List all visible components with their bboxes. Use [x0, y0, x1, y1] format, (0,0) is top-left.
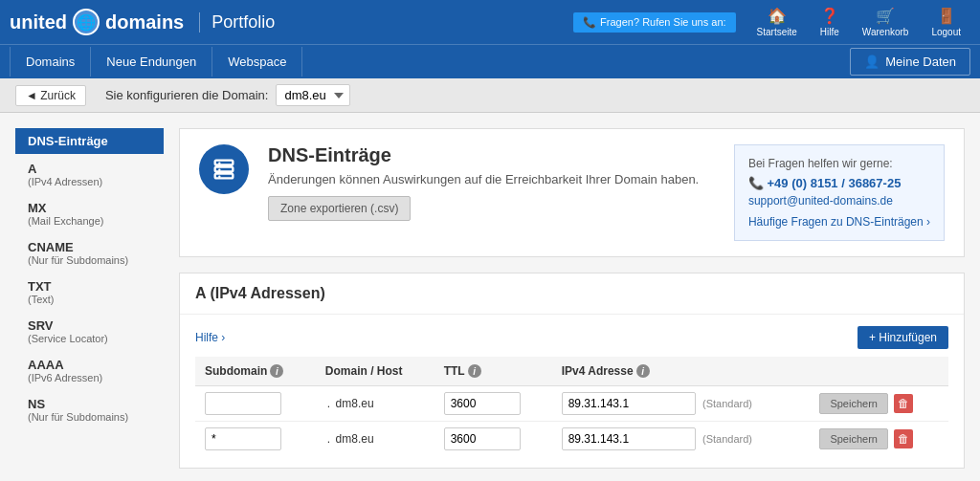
row2-delete-button[interactable]: 🗑 [894, 429, 913, 448]
sidebar-ns-title: NS [28, 397, 154, 411]
row2-actions-cell: Speichern 🗑 [810, 422, 948, 457]
main-layout: DNS-Einträge A (IPv4 Adressen) MX (Mail … [0, 113, 980, 481]
sidebar-mx-title: MX [28, 201, 154, 215]
th-domain-host: Domain / Host [316, 357, 434, 386]
meine-daten-label: Meine Daten [885, 55, 956, 69]
row2-domain-dot: . [327, 432, 330, 446]
nav-meine-daten[interactable]: 👤 Meine Daten [850, 48, 970, 76]
row1-subdomain-cell [195, 386, 316, 422]
back-button[interactable]: ◄ Zurück [15, 85, 86, 106]
row1-domain-dot: . [327, 397, 330, 410]
faq-link[interactable]: Häufige Fragen zu DNS-Einträgen [748, 215, 930, 229]
sidebar-item-dns[interactable]: DNS-Einträge [15, 128, 164, 154]
sidebar-item-aaaa[interactable]: AAAA (IPv6 Adressen) [15, 352, 164, 389]
sidebar-item-a[interactable]: A (IPv4 Adressen) [15, 156, 164, 193]
sidebar-item-mx[interactable]: MX (Mail Exchange) [15, 195, 164, 232]
row1-standard-badge: (Standard) [702, 398, 752, 409]
row2-ttl-cell [434, 422, 552, 457]
sidebar-mx-sub: (Mail Exchange) [28, 215, 154, 227]
export-button[interactable]: Zone exportieren (.csv) [268, 196, 411, 221]
row1-ipv4-cell: (Standard) [552, 386, 811, 422]
nav-domains[interactable]: Domains [10, 47, 91, 77]
ipv4-info-icon[interactable]: i [636, 364, 650, 378]
ipv4-section: A (IPv4 Adressen) Hilfe + Hinzufügen Sub… [179, 273, 965, 469]
dns-header-card: DNS-Einträge Änderungen können Auswirkun… [179, 128, 965, 257]
sidebar-ns-sub: (Nur für Subdomains) [28, 411, 154, 423]
portfolio-label: Portfolio [199, 12, 275, 33]
ipv4-title: A (IPv4 Adressen) [195, 285, 325, 302]
sidebar-cname-sub: (Nur für Subdomains) [28, 254, 154, 266]
th-subdomain: Subdomain i [195, 357, 316, 386]
row2-ipv4-input[interactable] [562, 427, 696, 450]
th-ttl: TTL i [434, 357, 552, 386]
ttl-info-icon[interactable]: i [468, 364, 481, 378]
help-title: Bei Fragen helfen wir gerne: [748, 157, 930, 170]
nav-webspace[interactable]: Webspace [212, 47, 302, 77]
nav-left: Domains Neue Endungen Webspace [10, 47, 302, 77]
top-header: united 🌐 domains Portfolio 📞 Fragen? Ruf… [0, 0, 980, 44]
domain-config-text: Sie konfigurieren die Domain: dm8.eu [105, 84, 351, 106]
nav-neue-endungen[interactable]: Neue Endungen [91, 47, 212, 77]
th-actions [810, 357, 948, 386]
header-right: 📞 Fragen? Rufen Sie uns an: 🏠 Startseite… [573, 3, 970, 41]
row1-delete-button[interactable]: 🗑 [894, 394, 913, 413]
sidebar-srv-title: SRV [28, 318, 154, 333]
row2-standard-badge: (Standard) [702, 433, 752, 445]
config-label: Sie konfigurieren die Domain: [105, 88, 269, 102]
sidebar-a-title: A [28, 162, 154, 176]
sidebar-a-sub: (IPv4 Adressen) [28, 176, 154, 187]
warenkorb-label: Warenkorb [862, 27, 909, 37]
dns-title-area: DNS-Einträge Änderungen können Auswirkun… [268, 144, 715, 221]
row1-ttl-input[interactable] [444, 392, 521, 415]
ipv4-section-body: Hilfe + Hinzufügen Subdomain i Dom [180, 315, 964, 468]
domain-bar: ◄ Zurück Sie konfigurieren die Domain: d… [0, 78, 980, 113]
domain-selector[interactable]: dm8.eu [276, 84, 350, 106]
sidebar-item-ns[interactable]: NS (Nur für Subdomains) [15, 391, 164, 428]
startseite-button[interactable]: 🏠 Startseite [747, 3, 807, 41]
subdomain-info-icon[interactable]: i [270, 364, 283, 378]
row2-ttl-input[interactable] [444, 427, 521, 450]
sidebar: DNS-Einträge A (IPv4 Adressen) MX (Mail … [15, 128, 164, 481]
sidebar-aaaa-sub: (IPv6 Adressen) [28, 372, 154, 383]
ipv4-table: Subdomain i Domain / Host TTL i [195, 357, 948, 456]
row2-domain-value: dm8.eu [336, 432, 374, 446]
phone-text: Fragen? Rufen Sie uns an: [600, 16, 725, 28]
content-area: DNS-Einträge Änderungen können Auswirkun… [179, 128, 965, 481]
row1-domain-value: dm8.eu [336, 397, 374, 410]
phone-icon: 📞 [583, 16, 596, 29]
ipv4-section-header: A (IPv4 Adressen) [180, 273, 964, 315]
row1-actions-cell: Speichern 🗑 [810, 386, 948, 422]
warenkorb-button[interactable]: 🛒 Warenkorb [853, 3, 919, 41]
sidebar-item-srv[interactable]: SRV (Service Locator) [15, 313, 164, 350]
logo: united 🌐 domains [10, 9, 184, 35]
th-ipv4: IPv4 Adresse i [552, 357, 811, 386]
sidebar-item-cname[interactable]: CNAME (Nur für Subdomains) [15, 234, 164, 272]
dns-subtitle: Änderungen können Auswirkungen auf die E… [268, 172, 715, 186]
nav-bar: Domains Neue Endungen Webspace 👤 Meine D… [0, 44, 980, 78]
sidebar-aaaa-title: AAAA [28, 358, 154, 372]
sidebar-cname-title: CNAME [28, 240, 154, 254]
phone-banner: 📞 Fragen? Rufen Sie uns an: [573, 12, 735, 33]
row2-actions: Speichern 🗑 [819, 428, 939, 449]
sidebar-txt-sub: (Text) [28, 294, 154, 305]
row1-subdomain-input[interactable] [205, 392, 281, 415]
table-row: . dm8.eu (Standard) [195, 422, 948, 457]
sidebar-dns-title: DNS-Einträge [28, 134, 154, 148]
row2-subdomain-cell [195, 422, 316, 457]
row2-ipv4-cell: (Standard) [552, 422, 811, 457]
question-icon: ❓ [820, 7, 839, 25]
cart-icon: 🛒 [876, 7, 895, 25]
row1-save-button[interactable]: Speichern [819, 393, 888, 414]
logout-button[interactable]: 🚪 Logout [922, 3, 970, 41]
sidebar-item-txt[interactable]: TXT (Text) [15, 273, 164, 311]
hilfe-label: Hilfe [820, 27, 839, 37]
ipv4-hilfe-link[interactable]: Hilfe [195, 331, 225, 344]
row1-actions: Speichern 🗑 [819, 393, 939, 414]
row2-subdomain-input[interactable] [205, 427, 281, 450]
ipv4-add-button[interactable]: + Hinzufügen [858, 326, 948, 349]
dns-svg-icon [211, 156, 237, 183]
hilfe-button[interactable]: ❓ Hilfe [811, 3, 849, 41]
row2-save-button[interactable]: Speichern [819, 428, 888, 449]
row1-ipv4-input[interactable] [562, 392, 696, 415]
help-email[interactable]: support@united-domains.de [748, 194, 930, 208]
